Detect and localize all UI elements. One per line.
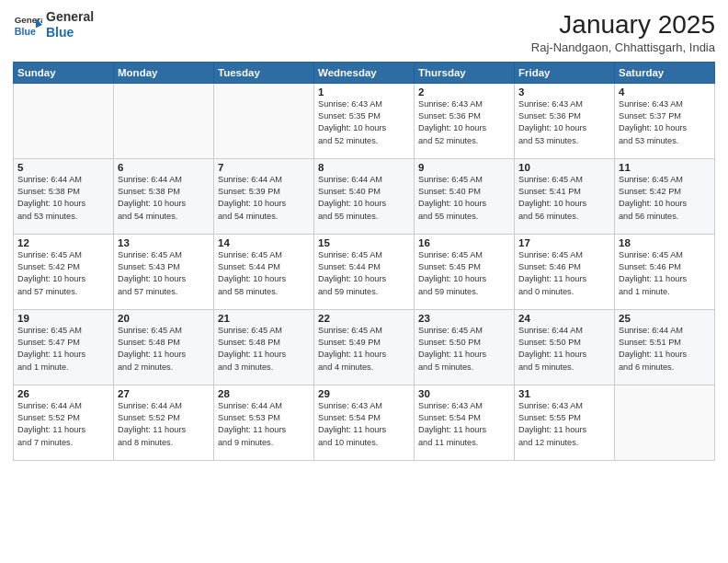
day-info: Sunrise: 6:44 AM Sunset: 5:38 PM Dayligh… xyxy=(17,174,109,223)
page: General Blue General Blue January 2025 R… xyxy=(0,0,728,563)
weekday-header: Sunday xyxy=(14,62,114,83)
day-info: Sunrise: 6:45 AM Sunset: 5:47 PM Dayligh… xyxy=(17,325,109,373)
day-info: Sunrise: 6:45 AM Sunset: 5:41 PM Dayligh… xyxy=(518,174,610,223)
day-info: Sunrise: 6:43 AM Sunset: 5:36 PM Dayligh… xyxy=(418,98,510,147)
day-number: 28 xyxy=(218,388,310,399)
calendar-day-cell: 9Sunrise: 6:45 AM Sunset: 5:40 PM Daylig… xyxy=(415,158,515,234)
calendar-day-cell: 1Sunrise: 6:43 AM Sunset: 5:35 PM Daylig… xyxy=(314,83,415,158)
day-number: 1 xyxy=(318,86,410,98)
day-info: Sunrise: 6:43 AM Sunset: 5:54 PM Dayligh… xyxy=(418,400,510,449)
calendar-day-cell xyxy=(615,385,715,460)
header: General Blue General Blue January 2025 R… xyxy=(13,9,715,54)
calendar-week-row: 5Sunrise: 6:44 AM Sunset: 5:38 PM Daylig… xyxy=(14,158,715,234)
calendar-day-cell: 24Sunrise: 6:44 AM Sunset: 5:50 PM Dayli… xyxy=(515,309,615,385)
calendar-day-cell: 7Sunrise: 6:44 AM Sunset: 5:39 PM Daylig… xyxy=(214,158,314,234)
day-info: Sunrise: 6:45 AM Sunset: 5:44 PM Dayligh… xyxy=(218,249,310,298)
day-info: Sunrise: 6:45 AM Sunset: 5:48 PM Dayligh… xyxy=(118,325,210,373)
day-info: Sunrise: 6:44 AM Sunset: 5:51 PM Dayligh… xyxy=(619,325,711,373)
day-number: 11 xyxy=(619,162,711,173)
weekday-header: Monday xyxy=(114,62,214,83)
calendar-day-cell: 27Sunrise: 6:44 AM Sunset: 5:52 PM Dayli… xyxy=(114,385,214,460)
day-info: Sunrise: 6:45 AM Sunset: 5:43 PM Dayligh… xyxy=(118,249,210,298)
day-info: Sunrise: 6:43 AM Sunset: 5:54 PM Dayligh… xyxy=(318,400,410,449)
weekday-header: Saturday xyxy=(615,62,715,83)
day-info: Sunrise: 6:44 AM Sunset: 5:52 PM Dayligh… xyxy=(118,400,210,449)
calendar-day-cell: 8Sunrise: 6:44 AM Sunset: 5:40 PM Daylig… xyxy=(314,158,415,234)
day-number: 21 xyxy=(218,313,310,324)
calendar-day-cell: 12Sunrise: 6:45 AM Sunset: 5:42 PM Dayli… xyxy=(14,234,114,309)
calendar-day-cell: 14Sunrise: 6:45 AM Sunset: 5:44 PM Dayli… xyxy=(214,234,314,309)
day-info: Sunrise: 6:44 AM Sunset: 5:39 PM Dayligh… xyxy=(218,174,310,223)
day-number: 26 xyxy=(17,388,109,399)
day-number: 16 xyxy=(418,237,510,248)
day-number: 14 xyxy=(218,237,310,248)
calendar-day-cell: 19Sunrise: 6:45 AM Sunset: 5:47 PM Dayli… xyxy=(14,309,114,385)
calendar-day-cell: 26Sunrise: 6:44 AM Sunset: 5:52 PM Dayli… xyxy=(14,385,114,460)
day-info: Sunrise: 6:45 AM Sunset: 5:50 PM Dayligh… xyxy=(418,325,510,373)
day-info: Sunrise: 6:43 AM Sunset: 5:35 PM Dayligh… xyxy=(318,98,410,147)
day-number: 20 xyxy=(118,313,210,324)
day-number: 18 xyxy=(619,237,711,248)
calendar-day-cell: 13Sunrise: 6:45 AM Sunset: 5:43 PM Dayli… xyxy=(114,234,214,309)
calendar-day-cell: 31Sunrise: 6:43 AM Sunset: 5:55 PM Dayli… xyxy=(515,385,615,460)
day-info: Sunrise: 6:45 AM Sunset: 5:42 PM Dayligh… xyxy=(17,249,109,298)
weekday-header: Wednesday xyxy=(314,62,415,83)
calendar-week-row: 12Sunrise: 6:45 AM Sunset: 5:42 PM Dayli… xyxy=(14,234,715,309)
day-number: 19 xyxy=(17,313,109,324)
calendar-week-row: 26Sunrise: 6:44 AM Sunset: 5:52 PM Dayli… xyxy=(14,385,715,460)
calendar-day-cell: 22Sunrise: 6:45 AM Sunset: 5:49 PM Dayli… xyxy=(314,309,415,385)
day-number: 17 xyxy=(518,237,610,248)
day-number: 5 xyxy=(17,162,109,173)
day-info: Sunrise: 6:45 AM Sunset: 5:42 PM Dayligh… xyxy=(619,174,711,223)
svg-text:Blue: Blue xyxy=(15,25,36,36)
day-number: 8 xyxy=(318,162,410,173)
calendar-day-cell: 28Sunrise: 6:44 AM Sunset: 5:53 PM Dayli… xyxy=(214,385,314,460)
calendar-day-cell: 21Sunrise: 6:45 AM Sunset: 5:48 PM Dayli… xyxy=(214,309,314,385)
logo-icon: General Blue xyxy=(13,10,42,40)
logo-text: General Blue xyxy=(46,9,94,40)
day-info: Sunrise: 6:44 AM Sunset: 5:53 PM Dayligh… xyxy=(218,400,310,449)
day-number: 25 xyxy=(619,313,711,324)
day-number: 31 xyxy=(518,388,610,399)
calendar-day-cell: 10Sunrise: 6:45 AM Sunset: 5:41 PM Dayli… xyxy=(515,158,615,234)
weekday-header: Tuesday xyxy=(214,62,314,83)
calendar-day-cell: 30Sunrise: 6:43 AM Sunset: 5:54 PM Dayli… xyxy=(415,385,515,460)
calendar-table: SundayMondayTuesdayWednesdayThursdayFrid… xyxy=(13,62,715,461)
calendar-day-cell: 4Sunrise: 6:43 AM Sunset: 5:37 PM Daylig… xyxy=(615,83,715,158)
day-info: Sunrise: 6:45 AM Sunset: 5:40 PM Dayligh… xyxy=(418,174,510,223)
calendar-day-cell: 3Sunrise: 6:43 AM Sunset: 5:36 PM Daylig… xyxy=(515,83,615,158)
calendar-day-cell: 5Sunrise: 6:44 AM Sunset: 5:38 PM Daylig… xyxy=(14,158,114,234)
day-number: 4 xyxy=(619,86,711,98)
day-number: 15 xyxy=(318,237,410,248)
day-info: Sunrise: 6:45 AM Sunset: 5:49 PM Dayligh… xyxy=(318,325,410,373)
day-number: 13 xyxy=(118,237,210,248)
day-number: 30 xyxy=(418,388,510,399)
day-info: Sunrise: 6:45 AM Sunset: 5:45 PM Dayligh… xyxy=(418,249,510,298)
day-info: Sunrise: 6:43 AM Sunset: 5:55 PM Dayligh… xyxy=(518,400,610,449)
day-number: 24 xyxy=(518,313,610,324)
calendar-day-cell xyxy=(114,83,214,158)
day-number: 12 xyxy=(17,237,109,248)
calendar-day-cell: 6Sunrise: 6:44 AM Sunset: 5:38 PM Daylig… xyxy=(114,158,214,234)
calendar-day-cell: 25Sunrise: 6:44 AM Sunset: 5:51 PM Dayli… xyxy=(615,309,715,385)
day-number: 10 xyxy=(518,162,610,173)
day-info: Sunrise: 6:44 AM Sunset: 5:50 PM Dayligh… xyxy=(518,325,610,373)
calendar-day-cell: 17Sunrise: 6:45 AM Sunset: 5:46 PM Dayli… xyxy=(515,234,615,309)
calendar-week-row: 1Sunrise: 6:43 AM Sunset: 5:35 PM Daylig… xyxy=(14,83,715,158)
calendar-day-cell xyxy=(14,83,114,158)
calendar-day-cell: 23Sunrise: 6:45 AM Sunset: 5:50 PM Dayli… xyxy=(415,309,515,385)
day-number: 23 xyxy=(418,313,510,324)
calendar-week-row: 19Sunrise: 6:45 AM Sunset: 5:47 PM Dayli… xyxy=(14,309,715,385)
day-info: Sunrise: 6:45 AM Sunset: 5:48 PM Dayligh… xyxy=(218,325,310,373)
weekday-header: Thursday xyxy=(415,62,515,83)
logo: General Blue General Blue xyxy=(13,9,94,40)
calendar-day-cell: 11Sunrise: 6:45 AM Sunset: 5:42 PM Dayli… xyxy=(615,158,715,234)
day-info: Sunrise: 6:43 AM Sunset: 5:36 PM Dayligh… xyxy=(518,98,610,147)
day-info: Sunrise: 6:44 AM Sunset: 5:38 PM Dayligh… xyxy=(118,174,210,223)
calendar-day-cell: 18Sunrise: 6:45 AM Sunset: 5:46 PM Dayli… xyxy=(615,234,715,309)
day-number: 27 xyxy=(118,388,210,399)
calendar-title: January 2025 xyxy=(531,9,715,40)
day-number: 9 xyxy=(418,162,510,173)
weekday-header: Friday xyxy=(515,62,615,83)
day-number: 29 xyxy=(318,388,410,399)
